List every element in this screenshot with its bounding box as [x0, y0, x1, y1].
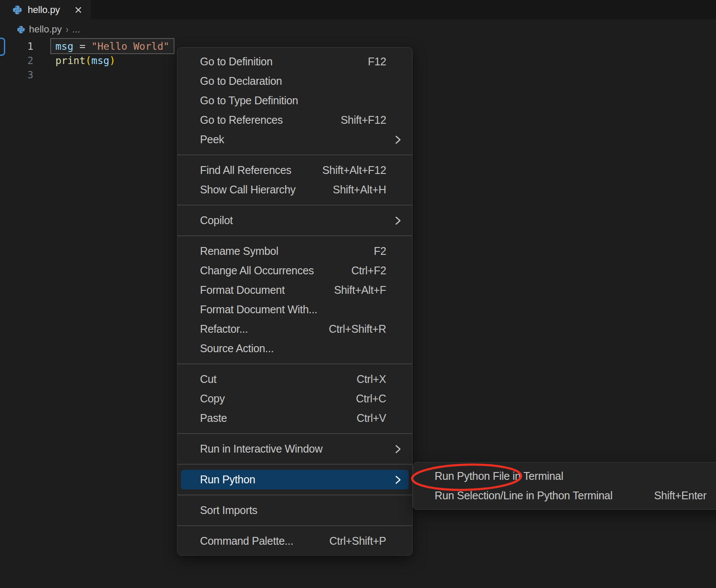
keybinding-label: Ctrl+X — [357, 373, 386, 386]
line-number: 1 — [0, 39, 33, 54]
menu-item-peek[interactable]: Peek — [177, 130, 412, 149]
keybinding-label: Shift+Alt+H — [333, 183, 386, 196]
menu-item-label: Run Python File in Terminal — [435, 470, 563, 482]
keybinding-label: F2 — [374, 245, 386, 257]
menu-separator — [177, 433, 412, 434]
tab-title: hello.py — [28, 4, 60, 16]
line-number: 3 — [0, 68, 33, 82]
menu-separator — [177, 363, 412, 364]
menu-item-label: Cut — [200, 373, 216, 386]
menu-item-format-document-with[interactable]: Format Document With... — [177, 300, 412, 319]
keybinding-label: F12 — [368, 55, 386, 68]
menu-item-copilot[interactable]: Copilot — [177, 211, 412, 230]
keybinding-label: Ctrl+C — [356, 392, 386, 405]
python-file-icon — [13, 6, 22, 14]
menu-item-copy[interactable]: CopyCtrl+C — [177, 389, 412, 408]
submenu-chevron-icon — [395, 216, 401, 225]
breadcrumb-symbol[interactable]: ... — [72, 24, 80, 35]
menu-item-find-all-references[interactable]: Find All ReferencesShift+Alt+F12 — [177, 161, 412, 180]
keybinding-label: Shift+Alt+F — [334, 284, 386, 296]
menu-item-go-to-declaration[interactable]: Go to Declaration — [177, 71, 412, 91]
menu-item-label: Copy — [200, 392, 225, 405]
menu-item-go-to-references[interactable]: Go to ReferencesShift+F12 — [177, 110, 412, 130]
vscode-window: { "colors": { "menu_bg": "#232323", "men… — [0, 0, 716, 588]
menu-item-label: Source Action... — [200, 342, 274, 355]
menu-item-label: Rename Symbol — [200, 245, 278, 257]
keybinding-label: Ctrl+Shift+P — [329, 535, 386, 547]
menu-item-run-python[interactable]: Run Python — [181, 470, 409, 489]
tab-bar: hello.py — [0, 0, 716, 19]
menu-separator — [177, 495, 412, 495]
menu-item-sort-imports[interactable]: Sort Imports — [177, 501, 412, 520]
breadcrumb-file[interactable]: hello.py — [29, 24, 62, 35]
keybinding-label: Shift+Enter — [654, 489, 706, 502]
menu-item-label: Find All References — [200, 164, 291, 177]
breadcrumb: hello.py › ... — [17, 23, 80, 36]
menu-item-label: Run Selection/Line in Python Terminal — [435, 489, 613, 502]
submenu-item-run-selection-line-in-python-terminal[interactable]: Run Selection/Line in Python TerminalShi… — [413, 486, 716, 505]
menu-item-refactor[interactable]: Refactor...Ctrl+Shift+R — [177, 319, 412, 339]
menu-item-label: Go to Definition — [200, 55, 273, 68]
menu-item-label: Command Palette... — [200, 535, 293, 547]
menu-item-label: Go to Declaration — [200, 75, 282, 87]
menu-item-label: Run in Interactive Window — [200, 443, 323, 455]
tab-hello-py[interactable]: hello.py — [0, 0, 91, 19]
menu-separator — [177, 205, 412, 206]
keybinding-label: Shift+F12 — [341, 114, 386, 126]
menu-item-change-all-occurrences[interactable]: Change All OccurrencesCtrl+F2 — [177, 261, 412, 280]
menu-item-label: Run Python — [200, 473, 255, 486]
menu-item-label: Change All Occurrences — [200, 264, 314, 277]
menu-item-go-to-type-definition[interactable]: Go to Type Definition — [177, 91, 412, 110]
keybinding-label: Ctrl+F2 — [351, 264, 386, 277]
menu-item-label: Go to Type Definition — [200, 94, 298, 107]
keybinding-label: Ctrl+Shift+R — [329, 323, 386, 335]
run-python-submenu: Run Python File in TerminalRun Selection… — [413, 462, 716, 510]
chevron-right-icon: › — [66, 23, 68, 35]
menu-item-label: Copilot — [200, 214, 233, 227]
menu-separator — [177, 464, 412, 465]
keybinding-label: Shift+Alt+F12 — [322, 164, 386, 177]
menu-item-source-action[interactable]: Source Action... — [177, 339, 412, 358]
submenu-chevron-icon — [395, 444, 401, 454]
menu-item-label: Refactor... — [200, 323, 248, 335]
close-icon[interactable] — [74, 5, 83, 15]
menu-item-label: Paste — [200, 412, 227, 424]
menu-item-label: Go to References — [200, 114, 283, 126]
submenu-chevron-icon — [395, 475, 401, 485]
menu-separator — [177, 154, 412, 155]
menu-item-label: Format Document With... — [200, 303, 317, 316]
menu-item-label: Format Document — [200, 284, 285, 296]
menu-item-command-palette[interactable]: Command Palette...Ctrl+Shift+P — [177, 531, 412, 551]
menu-separator — [177, 525, 412, 526]
keybinding-label: Ctrl+V — [357, 412, 386, 424]
context-menu: Go to DefinitionF12Go to DeclarationGo t… — [177, 47, 413, 556]
code-text: msg = "Hello World" — [55, 39, 169, 54]
menu-item-go-to-definition[interactable]: Go to DefinitionF12 — [177, 52, 412, 71]
python-file-icon — [17, 26, 25, 33]
submenu-chevron-icon — [395, 135, 401, 145]
menu-item-rename-symbol[interactable]: Rename SymbolF2 — [177, 241, 412, 261]
menu-item-label: Peek — [200, 133, 224, 146]
line-number: 2 — [0, 54, 33, 68]
menu-item-paste[interactable]: PasteCtrl+V — [177, 408, 412, 428]
menu-item-run-in-interactive-window[interactable]: Run in Interactive Window — [177, 439, 412, 459]
menu-item-show-call-hierarchy[interactable]: Show Call HierarchyShift+Alt+H — [177, 180, 412, 199]
menu-item-label: Show Call Hierarchy — [200, 183, 296, 196]
code-text: print(msg) — [55, 54, 116, 68]
menu-separator — [177, 235, 412, 236]
menu-item-cut[interactable]: CutCtrl+X — [177, 370, 412, 389]
menu-item-label: Sort Imports — [200, 504, 258, 517]
submenu-item-run-python-file-in-terminal[interactable]: Run Python File in Terminal — [413, 466, 716, 486]
menu-item-format-document[interactable]: Format DocumentShift+Alt+F — [177, 280, 412, 300]
